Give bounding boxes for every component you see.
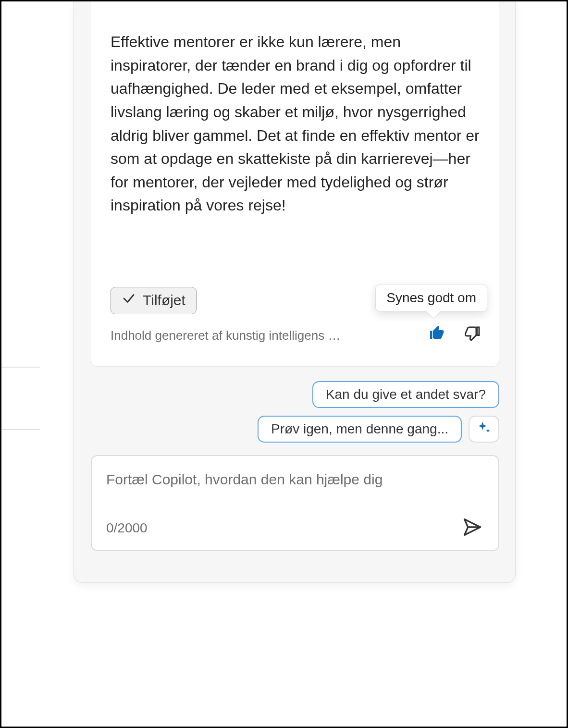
suggestion-row: Kan du give et andet svar? (91, 381, 499, 408)
response-body: Effektive mentorer er ikke kun lærere, m… (111, 30, 480, 217)
thumbs-up-button[interactable] (428, 324, 447, 344)
prompt-placeholder: Fortæl Copilot, hvordan den kan hjælpe d… (106, 471, 484, 488)
response-card: Effektive mentorer er ikke kun lærere, m… (91, 1, 499, 367)
sparkle-button[interactable] (469, 416, 499, 443)
char-count: 0/2000 (106, 520, 148, 536)
prompt-input-box[interactable]: Fortæl Copilot, hvordan den kan hjælpe d… (91, 455, 499, 551)
like-tooltip-text: Synes godt om (386, 290, 476, 305)
suggestion-row: Prøv igen, men denne gang... (91, 416, 499, 443)
app-frame: Effektive mentorer er ikke kun lærere, m… (0, 0, 568, 728)
thumbs-down-button[interactable] (462, 324, 482, 344)
input-footer: 0/2000 (106, 517, 484, 540)
copilot-panel: Effektive mentorer er ikke kun lærere, m… (74, 1, 516, 583)
ai-disclaimer: Indhold genereret af kunstig intelligens… (111, 328, 346, 343)
added-button[interactable]: Tilføjet (111, 287, 197, 314)
check-icon (122, 291, 136, 309)
thumbs-down-icon (463, 324, 481, 344)
thumbs-up-icon (429, 324, 446, 344)
suggestion-chip-try-again[interactable]: Prøv igen, men denne gang... (258, 416, 462, 443)
send-icon (462, 517, 483, 540)
left-divider (1, 367, 40, 368)
left-divider (1, 429, 40, 430)
send-button[interactable] (461, 517, 484, 540)
added-button-label: Tilføjet (143, 292, 185, 308)
like-tooltip: Synes godt om (375, 284, 487, 312)
suggestion-chip-another-answer[interactable]: Kan du give et andet svar? (312, 381, 499, 408)
feedback-controls (428, 324, 482, 344)
sparkle-icon (476, 420, 492, 438)
